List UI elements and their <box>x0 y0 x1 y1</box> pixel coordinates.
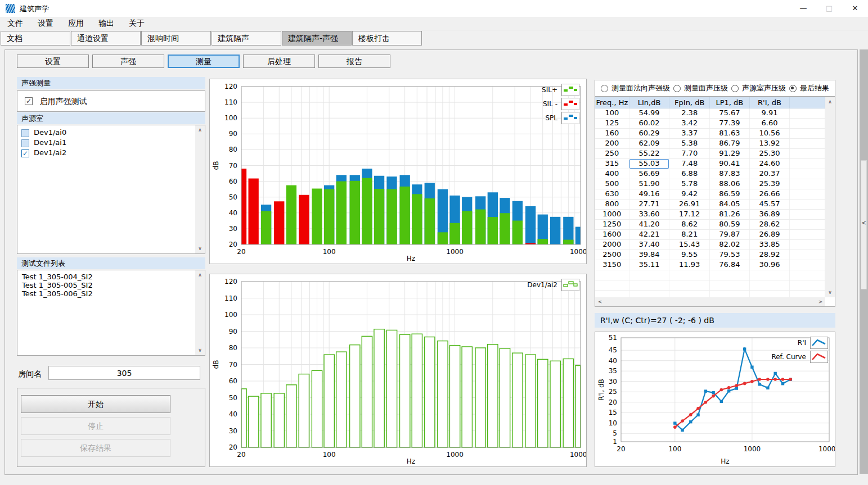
channel-row[interactable]: Dev1/ai0 <box>17 128 205 138</box>
table-cell[interactable] <box>710 270 750 280</box>
table-cell[interactable]: 79.87 <box>710 230 750 239</box>
table-cell[interactable]: 3.37 <box>669 129 710 138</box>
save-results-button[interactable]: 保存结果 <box>21 439 170 457</box>
table-horizontal-scrollbar[interactable]: < > <box>595 297 825 306</box>
table-cell[interactable] <box>790 230 825 239</box>
table-cell[interactable]: 75.67 <box>710 108 750 118</box>
table-cell[interactable]: 91.29 <box>710 149 750 158</box>
table-cell[interactable] <box>790 179 825 189</box>
table-cell[interactable] <box>750 280 790 290</box>
table-cell[interactable] <box>790 220 825 229</box>
table-cell[interactable]: 250 <box>595 149 629 158</box>
table-cell[interactable] <box>790 169 825 179</box>
table-cell[interactable]: 87.83 <box>710 169 750 179</box>
table-cell[interactable] <box>595 280 629 290</box>
table-cell[interactable]: 800 <box>595 200 629 209</box>
table-cell[interactable] <box>669 270 710 280</box>
table-cell[interactable] <box>790 250 825 260</box>
table-cell[interactable]: 90.41 <box>710 159 750 169</box>
menu-item-关于[interactable]: 关于 <box>122 17 152 29</box>
table-cell[interactable]: 2000 <box>595 240 629 250</box>
table-row[interactable] <box>595 270 825 280</box>
sub-tab[interactable]: 设置 <box>17 55 89 68</box>
radio-icon[interactable] <box>789 85 797 92</box>
table-cell[interactable]: 51.90 <box>629 179 670 189</box>
table-cell[interactable]: 60.29 <box>629 129 670 138</box>
right-splitter[interactable]: < <box>860 49 868 474</box>
table-cell[interactable]: 9.55 <box>669 250 710 260</box>
file-item[interactable]: Test 1_305-005_SI2 <box>17 281 205 289</box>
table-cell[interactable]: 2500 <box>595 250 629 260</box>
table-row[interactable]: 16060.293.3781.6310.56 <box>595 129 825 139</box>
table-cell[interactable]: 13.92 <box>750 139 790 148</box>
maximize-button[interactable]: □ <box>816 0 842 17</box>
sub-tab[interactable]: 报告 <box>318 55 390 68</box>
table-cell[interactable] <box>790 189 825 199</box>
table-header-cell[interactable]: LIn,dB <box>629 97 670 108</box>
table-cell[interactable]: 11.93 <box>669 260 710 270</box>
table-cell[interactable]: 25.39 <box>750 179 790 189</box>
radio-option[interactable]: 测量面声压级 <box>673 83 728 93</box>
table-cell[interactable]: 42.21 <box>629 230 670 239</box>
scroll-left-icon[interactable]: < <box>595 297 605 306</box>
table-row[interactable]: 315035.1111.9376.8430.96 <box>595 260 825 270</box>
table-cell[interactable] <box>710 291 750 297</box>
table-cell[interactable] <box>790 240 825 250</box>
table-header-cell[interactable]: FpIn, dB <box>669 97 710 108</box>
table-cell[interactable]: 3150 <box>595 260 629 270</box>
table-cell[interactable]: 9.42 <box>669 189 710 199</box>
file-item[interactable]: Test 1_305-004_SI2 <box>17 273 205 281</box>
table-cell[interactable]: 76.84 <box>710 260 750 270</box>
table-row[interactable]: 40056.696.8887.8320.37 <box>595 169 825 179</box>
table-cell[interactable]: 7.70 <box>669 149 710 158</box>
table-cell[interactable]: 30.96 <box>750 260 790 270</box>
scroll-up-icon[interactable]: ∧ <box>825 97 835 107</box>
table-header-cell[interactable] <box>790 97 825 108</box>
channel-row[interactable]: ✓Dev1/ai2 <box>17 148 205 158</box>
main-tab[interactable]: 建筑隔声 <box>212 31 281 46</box>
table-cell[interactable]: 86.79 <box>710 139 750 148</box>
main-tab[interactable]: 通道设置 <box>71 31 141 46</box>
file-item[interactable]: Test 1_305-006_SI2 <box>17 289 205 298</box>
table-row[interactable] <box>595 291 825 297</box>
table-row[interactable]: 250039.849.5579.5328.92 <box>595 250 825 260</box>
table-cell[interactable]: 27.71 <box>629 200 670 209</box>
table-cell[interactable]: 28.92 <box>750 250 790 260</box>
menu-item-文件[interactable]: 文件 <box>0 17 30 29</box>
table-cell[interactable]: 56.69 <box>629 169 670 179</box>
table-cell[interactable] <box>750 270 790 280</box>
menu-item-设置[interactable]: 设置 <box>30 17 61 29</box>
table-cell[interactable]: 8.62 <box>669 220 710 229</box>
radio-option[interactable]: 测量面法向声强级 <box>601 83 670 93</box>
table-cell[interactable]: 39.84 <box>629 250 670 260</box>
radio-icon[interactable] <box>601 85 608 92</box>
table-cell[interactable]: 500 <box>595 179 629 189</box>
main-tab[interactable]: 混响时间 <box>141 31 211 46</box>
table-cell[interactable] <box>669 280 710 290</box>
scroll-down-icon[interactable]: ∨ <box>195 346 205 355</box>
channel-row[interactable]: Dev1/ai1 <box>17 138 205 148</box>
table-cell[interactable] <box>750 291 790 297</box>
table-cell[interactable] <box>790 119 825 128</box>
table-cell[interactable]: 62.09 <box>629 139 670 148</box>
table-cell[interactable]: 9.91 <box>750 108 790 118</box>
table-cell[interactable] <box>629 291 670 297</box>
stop-button[interactable]: 停止 <box>21 417 170 435</box>
table-cell[interactable]: 80.59 <box>710 220 750 229</box>
channel-list-scrollbar[interactable]: ∧ ∨ <box>195 125 205 253</box>
table-cell[interactable] <box>629 270 670 280</box>
table-cell[interactable]: 2.38 <box>669 108 710 118</box>
channel-checkbox[interactable] <box>21 139 29 147</box>
table-cell[interactable]: 79.53 <box>710 250 750 260</box>
table-cell[interactable]: 77.39 <box>710 119 750 128</box>
start-button[interactable]: 开始 <box>21 395 170 413</box>
table-row[interactable]: 50051.905.7888.0625.39 <box>595 179 825 189</box>
radio-icon[interactable] <box>731 85 739 92</box>
menu-item-应用[interactable]: 应用 <box>61 17 91 29</box>
table-cell[interactable]: 7.48 <box>669 159 710 169</box>
table-cell[interactable]: 315 <box>595 159 629 169</box>
table-cell[interactable]: 10.56 <box>750 129 790 138</box>
scroll-up-icon[interactable]: ∧ <box>195 125 205 135</box>
table-cell[interactable]: 60.02 <box>629 119 670 128</box>
main-tab[interactable]: 楼板打击 <box>352 31 422 46</box>
